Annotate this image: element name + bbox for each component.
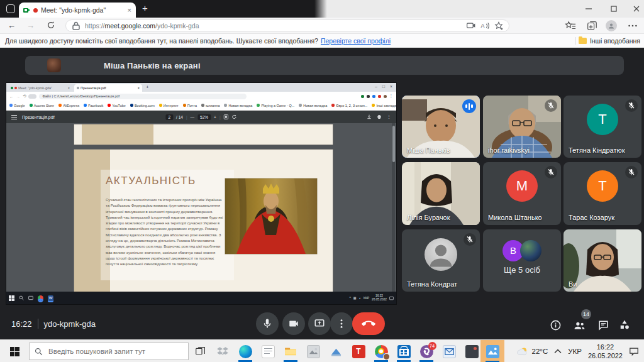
chat-button[interactable] <box>596 318 610 332</box>
activities-button[interactable] <box>618 318 631 332</box>
action-center-icon[interactable] <box>629 347 639 356</box>
pdf-menu-icon[interactable] <box>11 115 17 119</box>
participant-tile-kindratiuk[interactable]: T Тетяна Кіндратюк <box>564 96 641 158</box>
pdf-scrollbar[interactable] <box>392 123 395 292</box>
chrome-icon[interactable] <box>372 344 390 359</box>
bookmark-item[interactable]: Почта <box>183 104 197 107</box>
meeting-details-button[interactable] <box>548 318 562 332</box>
zoom-in-icon[interactable]: + <box>214 115 216 119</box>
bookmark-item[interactable]: Интернет <box>159 104 179 107</box>
bookmark-item[interactable]: Євро 1, 2, 3 сезон... <box>331 104 367 107</box>
bookmark-item[interactable]: Google <box>9 104 25 107</box>
forward-button[interactable]: → <box>26 21 35 31</box>
inner-tab-meet: Meet: "ydo-kpmk-gda"× <box>8 84 72 92</box>
pdf-page-input[interactable]: 2 <box>165 114 173 120</box>
print-icon[interactable] <box>377 114 382 119</box>
slide-body-text: Сучасний стан геополітичних та історични… <box>106 197 224 268</box>
settings-more-icon[interactable] <box>627 20 638 31</box>
pdf-more-icon[interactable]: ⋮ <box>387 114 391 119</box>
profile-avatar[interactable] <box>606 20 617 31</box>
tab-capture-icon[interactable] <box>466 21 476 31</box>
temperature: 22°C <box>532 348 548 355</box>
pdf-viewport[interactable]: АКТУАЛЬНІСТЬ Сучасний стан геополітичних… <box>6 123 396 292</box>
rotate-icon[interactable] <box>232 114 237 119</box>
taskbar-search[interactable] <box>29 343 189 360</box>
photo-viewer-icon[interactable] <box>304 344 322 359</box>
favorites-bar-icon[interactable] <box>565 20 576 31</box>
taskbar-clock[interactable]: 16:2226.05.2022 <box>588 343 623 361</box>
bookmark-item[interactable]: Booking.com <box>130 104 155 107</box>
participants-button[interactable] <box>572 318 586 332</box>
fit-page-icon[interactable] <box>224 114 229 119</box>
monitor-app-icon[interactable] <box>327 344 345 359</box>
participant-tile-taras[interactable]: T Тарас Козарук <box>564 162 641 225</box>
microsoft-store-icon[interactable] <box>395 344 413 359</box>
letter-avatar: M <box>506 170 538 202</box>
bookmark-item[interactable]: юлианна <box>201 104 219 107</box>
task-view-button[interactable] <box>191 344 209 359</box>
check-profiles-link[interactable]: Перевірте свої профілі <box>321 37 391 45</box>
bookmark-item[interactable]: Facebook <box>84 104 103 107</box>
browser-tab-meet[interactable]: Meet: "ydo-kpmk-gda" × <box>19 3 136 18</box>
more-participants-label: Ще 5 осіб <box>483 265 561 275</box>
extension-icon <box>367 95 370 98</box>
bookmark-item[interactable]: Новая вкладка <box>299 104 327 107</box>
tab-workspaces-icon[interactable] <box>6 4 15 13</box>
hidden-icons-chevron[interactable] <box>554 349 562 354</box>
bookmark-item[interactable]: AliExpress <box>58 104 79 107</box>
window-close-button[interactable] <box>633 5 640 13</box>
bookmark-item[interactable]: YouTube <box>108 104 126 107</box>
bookmark-item[interactable]: Новая вкладка <box>224 104 252 107</box>
reload-button[interactable] <box>47 21 55 32</box>
pdf-zoom-level[interactable]: 52% <box>197 114 211 120</box>
back-button[interactable]: ← <box>8 21 16 31</box>
weather-widget[interactable]: 22°C <box>517 346 548 356</box>
divider <box>575 37 575 45</box>
self-view-tile[interactable]: Ви <box>564 229 641 292</box>
participant-tile-kondrat[interactable]: Тетяна Кондрат <box>402 229 480 292</box>
overflow-participants-tile[interactable]: B Ще 5 осіб <box>483 229 561 292</box>
dark-app-icon[interactable] <box>463 344 480 359</box>
letter-avatar: T <box>587 104 618 135</box>
participant-name: Тарас Козарук <box>569 214 614 221</box>
start-button[interactable] <box>0 340 29 362</box>
read-aloud-icon[interactable]: A <box>480 21 490 31</box>
inner-meet-favicon <box>11 87 13 89</box>
language-indicator[interactable]: УКР <box>568 348 582 355</box>
more-options-button[interactable] <box>330 312 353 335</box>
camera-toggle-button[interactable] <box>282 312 305 335</box>
end-call-button[interactable] <box>352 312 385 335</box>
window-minimize-button[interactable] <box>585 5 592 13</box>
participant-tile-misha[interactable]: Міша Паньків <box>402 96 480 158</box>
bookmark-item[interactable]: Інші закладки <box>372 104 396 107</box>
mail-app-icon[interactable] <box>440 344 458 359</box>
participant-tile-ihor[interactable]: ihor raikivskyi <box>483 96 561 158</box>
add-favorite-icon[interactable] <box>494 21 504 31</box>
window-maximize-button[interactable] <box>610 5 618 13</box>
file-explorer-icon[interactable] <box>282 344 299 359</box>
tab-close-icon[interactable]: × <box>128 7 131 14</box>
bookmark-item[interactable]: Access Store <box>30 104 54 107</box>
collections-icon[interactable] <box>586 20 597 31</box>
participant-tile-liliya[interactable]: Лілія Бурачок <box>402 162 480 225</box>
present-screen-button[interactable] <box>308 312 331 335</box>
mic-toggle-button[interactable] <box>256 312 279 335</box>
zoom-out-icon[interactable]: — <box>191 115 195 119</box>
address-bar[interactable]: https://meet.google.com/ydo-kpmk-gda A <box>65 19 509 32</box>
dropbox-icon[interactable] <box>214 344 231 359</box>
photos-app-icon[interactable] <box>480 340 504 362</box>
participant-tile-mykola[interactable]: M Микола Штанько <box>483 162 561 225</box>
search-input[interactable] <box>47 347 183 356</box>
new-tab-button[interactable]: + <box>142 3 148 13</box>
bookmark-item[interactable]: Playing a Game - Q... <box>257 104 294 107</box>
shared-screen-view[interactable]: Meet: "ydo-kpmk-gda"× Презентація.pdf× +… <box>6 83 396 304</box>
document-app-icon[interactable] <box>259 344 277 359</box>
pdf-page-2: АКТУАЛЬНІСТЬ Сучасний стан геополітичних… <box>74 150 333 292</box>
participant-name: ihor raikivskyi <box>488 146 530 154</box>
edge-icon[interactable] <box>236 344 254 359</box>
other-favorites-button[interactable]: Інші вподобання <box>590 37 640 45</box>
viber-icon[interactable]: 74 <box>418 344 435 359</box>
t-app-icon[interactable]: T <box>350 344 367 359</box>
download-icon[interactable] <box>367 114 372 119</box>
meeting-code: ydo-kpmk-gda <box>44 319 96 329</box>
